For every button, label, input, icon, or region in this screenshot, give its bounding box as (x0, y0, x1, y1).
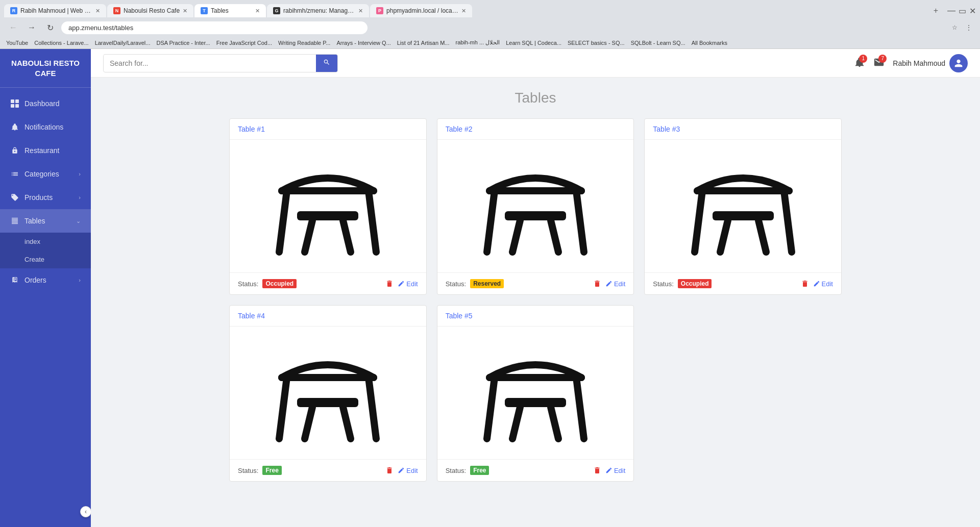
maximize-btn[interactable]: ▭ (959, 6, 966, 16)
bookmark-item-3[interactable]: DSA Practice - Inter... (156, 40, 210, 46)
delete-button-2[interactable] (593, 280, 601, 288)
status-label-4: Status: (238, 467, 258, 474)
bookmark-item-7[interactable]: List of 21 Artisan M... (397, 40, 450, 46)
table-card-img-4 (230, 327, 426, 459)
svg-rect-2 (11, 104, 14, 108)
table-card-img-3 (645, 140, 841, 272)
header: 1 7 Rabih Mahmoud (91, 49, 980, 78)
table-card-footer-3: Status: Occupied Edit (645, 272, 841, 294)
browser-tab-tab1[interactable]: R Rabih Mahmoud | Web Develop... ✕ (4, 4, 106, 17)
sidebar-collapse-button[interactable]: ‹ (80, 506, 91, 517)
refresh-button[interactable]: ↻ (43, 20, 57, 35)
svg-line-33 (551, 407, 558, 439)
status-badge-4: Free (262, 466, 281, 475)
new-tab-button[interactable]: + (929, 4, 942, 17)
sidebar: NABOULSI RESTO CAFE Dashboard (0, 49, 91, 527)
search-button[interactable] (316, 55, 337, 72)
sidebar-label-orders: Orders (24, 276, 74, 284)
submenu-item-create[interactable]: Create (0, 250, 91, 268)
tab-close-tab3[interactable]: ✕ (255, 8, 260, 14)
table-card-img-2 (437, 140, 634, 272)
svg-line-26 (305, 407, 312, 439)
bookmark-item-5[interactable]: Writing Readable P... (278, 40, 330, 46)
sidebar-item-restaurant[interactable]: Restaurant (0, 139, 91, 162)
messages-badge[interactable]: 7 (873, 57, 885, 70)
edit-button-2[interactable]: Edit (605, 280, 625, 288)
receipt-icon (10, 275, 19, 285)
sidebar-item-tables[interactable]: Tables ⌄ (0, 209, 91, 233)
svg-line-9 (343, 220, 351, 252)
close-btn[interactable]: ✕ (969, 6, 976, 16)
sidebar-item-dashboard[interactable]: Dashboard (0, 92, 91, 115)
forward-button[interactable]: → (24, 20, 39, 35)
browser-tab-tab2[interactable]: N Naboulsi Resto Cafe ✕ (107, 4, 193, 17)
address-input[interactable] (61, 21, 368, 34)
delete-button-3[interactable] (801, 280, 809, 288)
bookmark-item-10[interactable]: SELECT basics - SQ... (568, 40, 625, 46)
browser-address-bar: ← → ↻ ☆ ⋮ (0, 17, 980, 38)
tab-close-tab4[interactable]: ✕ (358, 8, 363, 14)
sidebar-item-orders[interactable]: Orders › (0, 268, 91, 292)
edit-button-1[interactable]: Edit (398, 280, 418, 288)
bookmark-item-4[interactable]: Free JavaScript Cod... (216, 40, 272, 46)
sidebar-item-notifications[interactable]: Notifications (0, 115, 91, 139)
table-card-img-1 (230, 140, 426, 272)
search-input[interactable] (104, 55, 316, 71)
sidebar-item-products[interactable]: Products › (0, 186, 91, 209)
svg-rect-13 (505, 211, 566, 220)
bookmark-item-9[interactable]: Learn SQL | Codeca... (506, 40, 561, 46)
bookmark-item-12[interactable]: All Bookmarks (692, 40, 727, 46)
lock-icon (10, 146, 19, 155)
browser-tab-tab3[interactable]: T Tables ✕ (194, 4, 266, 17)
bookmark-item-2[interactable]: LaravelDaily/Laravel... (95, 40, 151, 46)
browser-tab-tab4[interactable]: G rabihmh/zmenu: Manage your... ✕ (267, 4, 369, 17)
table-card-header-4: Table #4 (230, 306, 426, 327)
submenu-item-index[interactable]: index (0, 233, 91, 250)
table-card-header-1: Table #1 (230, 119, 426, 140)
bookmark-item-6[interactable]: Arrays - Interview Q... (336, 40, 390, 46)
user-info[interactable]: Rabih Mahmoud (893, 54, 968, 72)
status-badge-5: Free (470, 466, 489, 475)
svg-rect-25 (297, 398, 358, 407)
tab-close-tab1[interactable]: ✕ (95, 8, 100, 14)
svg-rect-1 (15, 99, 19, 103)
svg-line-22 (279, 378, 287, 439)
edit-button-4[interactable]: Edit (398, 467, 418, 474)
table-card-2: Table #2 Status: Reserved Edit (437, 118, 634, 295)
browser-chrome: R Rabih Mahmoud | Web Develop... ✕ N Nab… (0, 0, 980, 49)
minimize-btn[interactable]: — (947, 6, 955, 15)
table-card-footer-1: Status: Occupied Edit (230, 272, 426, 294)
status-label-1: Status: (238, 280, 258, 288)
notifications-badge[interactable]: 1 (854, 57, 865, 70)
tab-close-tab5[interactable]: ✕ (461, 8, 466, 14)
orders-arrow-icon: › (79, 277, 81, 283)
edit-button-5[interactable]: Edit (605, 467, 625, 474)
categories-arrow-icon: › (79, 171, 81, 177)
back-button[interactable]: ← (6, 20, 20, 35)
sidebar-label-products: Products (24, 193, 74, 202)
table-card-footer-5: Status: Free Edit (437, 459, 634, 481)
bookmark-item-8[interactable]: rabih-mh ... الحلال (455, 39, 500, 46)
delete-button-5[interactable] (593, 466, 601, 474)
bookmark-item-11[interactable]: SQLBolt - Learn SQ... (631, 40, 685, 46)
table-icon (10, 216, 19, 225)
bookmark-item-1[interactable]: Collections - Larave... (34, 40, 88, 46)
sidebar-item-categories[interactable]: Categories › (0, 162, 91, 186)
edit-button-3[interactable]: Edit (813, 280, 833, 288)
delete-button-4[interactable] (385, 466, 394, 474)
user-name: Rabih Mahmoud (893, 59, 945, 67)
table-card-header-2: Table #2 (437, 119, 634, 140)
tab-title-tab1: Rabih Mahmoud | Web Develop... (20, 7, 92, 14)
svg-line-16 (695, 191, 702, 252)
delete-button-1[interactable] (385, 280, 394, 288)
svg-rect-0 (11, 99, 14, 103)
table-card-img-5 (437, 327, 634, 459)
browser-tab-tab5[interactable]: P phpmyadmin.local / localhost / ✕ (370, 4, 472, 17)
products-arrow-icon: › (79, 194, 81, 200)
bookmark-star-icon[interactable]: ☆ (949, 22, 960, 33)
svg-line-23 (369, 378, 376, 439)
tab-close-tab2[interactable]: ✕ (183, 8, 187, 14)
extensions-icon[interactable]: ⋮ (964, 22, 974, 33)
bookmark-item-0[interactable]: YouTube (6, 40, 28, 46)
notifications-count: 1 (859, 55, 867, 63)
